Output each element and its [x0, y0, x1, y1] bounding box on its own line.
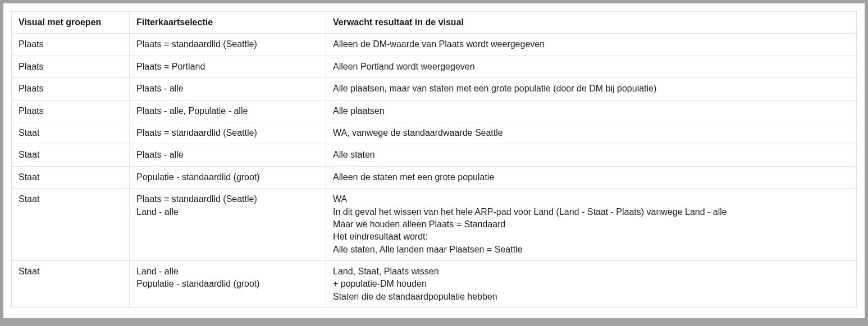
cell-expected-result: Alle staten: [326, 144, 857, 166]
cell-filter-selection: Plaats = standaardlid (Seattle): [130, 122, 326, 144]
cell-filter-selection: Plaats = standaardlid (Seattle) Land - a…: [130, 189, 326, 261]
col-header-filter-selection: Filterkaartselectie: [130, 12, 326, 34]
cell-expected-result: Alle plaatsen: [326, 100, 857, 122]
cell-filter-selection: Plaats = Portland: [130, 56, 326, 77]
document-frame: Visual met groepen Filterkaartselectie V…: [3, 3, 865, 318]
table-row: Plaats Plaats = Portland Alleen Portland…: [12, 56, 857, 77]
table-row: Staat Plaats = standaardlid (Seattle) La…: [12, 189, 857, 261]
cell-filter-selection: Plaats - alle: [130, 144, 326, 166]
cell-expected-result: WA In dit geval het wissen van het hele …: [326, 189, 857, 261]
cell-visual-groups: Staat: [12, 261, 130, 308]
cell-expected-result: Alleen Portland wordt weergegeven: [326, 56, 857, 77]
cell-expected-result: Alle plaatsen, maar van staten met een g…: [326, 78, 857, 100]
cell-visual-groups: Staat: [12, 144, 130, 166]
cell-filter-selection: Plaats = standaardlid (Seattle): [130, 34, 326, 56]
table-row: Staat Land - alle Populatie - standaardl…: [12, 261, 857, 308]
cell-visual-groups: Plaats: [12, 78, 130, 100]
table-row: Plaats Plaats = standaardlid (Seattle) A…: [12, 34, 857, 56]
cell-visual-groups: Staat: [12, 189, 130, 261]
cell-visual-groups: Staat: [12, 122, 130, 144]
cell-filter-selection: Populatie - standaardlid (groot): [130, 166, 326, 188]
filter-result-table: Visual met groepen Filterkaartselectie V…: [11, 11, 857, 308]
col-header-visual-groups: Visual met groepen: [12, 12, 130, 34]
cell-filter-selection: Land - alle Populatie - standaardlid (gr…: [130, 261, 326, 308]
cell-visual-groups: Plaats: [12, 56, 130, 77]
cell-filter-selection: Plaats - alle, Populatie - alle: [130, 100, 326, 122]
table-row: Staat Populatie - standaardlid (groot) A…: [12, 166, 857, 188]
table-row: Plaats Plaats - alle Alle plaatsen, maar…: [12, 78, 857, 100]
cell-visual-groups: Staat: [12, 166, 130, 188]
cell-expected-result: Land, Staat, Plaats wissen + populatie-D…: [326, 261, 857, 308]
cell-expected-result: Alleen de DM-waarde van Plaats wordt wee…: [326, 34, 857, 56]
cell-visual-groups: Plaats: [12, 34, 130, 56]
table-row: Staat Plaats - alle Alle staten: [12, 144, 857, 166]
cell-visual-groups: Plaats: [12, 100, 130, 122]
cell-filter-selection: Plaats - alle: [130, 78, 326, 100]
cell-expected-result: Alleen de staten met een grote populatie: [326, 166, 857, 188]
table-row: Staat Plaats = standaardlid (Seattle) WA…: [12, 122, 857, 144]
col-header-expected-result: Verwacht resultaat in de visual: [326, 12, 857, 34]
table-header-row: Visual met groepen Filterkaartselectie V…: [12, 12, 857, 34]
table-row: Plaats Plaats - alle, Populatie - alle A…: [12, 100, 857, 122]
cell-expected-result: WA, vanwege de standaardwaarde Seattle: [326, 122, 857, 144]
